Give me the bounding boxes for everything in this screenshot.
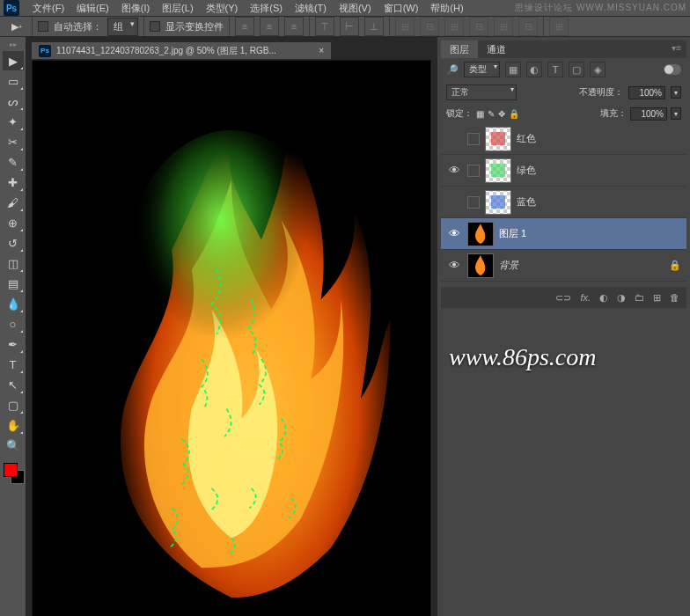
eraser-tool[interactable]: ◫ <box>3 253 24 273</box>
layer-row[interactable]: 👁 图层 1 <box>441 218 686 250</box>
filter-adjust-icon[interactable]: ◐ <box>526 62 542 77</box>
visibility-toggle[interactable]: 👁 <box>446 227 462 240</box>
blend-mode-dropdown[interactable]: 正常 <box>446 84 517 100</box>
filter-toggle[interactable] <box>664 64 681 75</box>
menu-view[interactable]: 视图(V) <box>333 2 378 15</box>
document-tab[interactable]: Ps 11074431_122403780263_2.jpg @ 50% (图层… <box>32 42 331 60</box>
eyedropper-tool[interactable]: ✎ <box>3 152 24 172</box>
panel-menu-icon[interactable]: ▾≡ <box>666 40 686 58</box>
show-transform-checkbox[interactable] <box>150 21 160 32</box>
lock-all-icon[interactable]: 🔒 <box>509 109 519 119</box>
visibility-toggle[interactable]: 👁 <box>446 164 462 177</box>
layer-name[interactable]: 绿色 <box>517 164 536 177</box>
filter-shape-icon[interactable]: ▢ <box>569 62 584 77</box>
history-brush-tool[interactable]: ↺ <box>3 233 24 253</box>
lock-transparent-icon[interactable]: ▦ <box>476 109 484 119</box>
distribute-icon[interactable]: ⊟ <box>494 17 513 36</box>
menu-select[interactable]: 选择(S) <box>244 2 289 15</box>
layer-row[interactable]: 👁 绿色 <box>441 155 686 187</box>
menu-layer[interactable]: 图层(L) <box>156 2 199 15</box>
distribute-icon[interactable]: ⊟ <box>420 17 439 36</box>
layer-fx-icon[interactable]: fx. <box>580 292 591 303</box>
stamp-tool[interactable]: ⊕ <box>3 213 24 232</box>
filter-smart-icon[interactable]: ◈ <box>590 62 606 77</box>
layer-mask-icon[interactable]: ◐ <box>599 292 608 304</box>
pen-tool[interactable]: ✒ <box>3 334 24 354</box>
layer-name[interactable]: 背景 <box>499 259 518 272</box>
foreground-swatch[interactable] <box>4 463 18 477</box>
gradient-tool[interactable]: ▤ <box>3 274 24 293</box>
marquee-tool[interactable]: ▭ <box>3 71 24 91</box>
canvas[interactable] <box>32 60 431 616</box>
tab-layers[interactable]: 图层 <box>441 40 478 58</box>
menu-help[interactable]: 帮助(H) <box>424 2 469 15</box>
distribute-icon[interactable]: ⊟ <box>395 17 415 36</box>
layer-thumbnail[interactable] <box>467 222 494 246</box>
color-swatches[interactable] <box>2 461 25 484</box>
collapse-icon[interactable]: ▸▸ <box>10 40 17 48</box>
lasso-tool[interactable]: ᔕ <box>3 92 24 111</box>
move-tool[interactable]: ▶ <box>3 51 24 70</box>
layer-row[interactable]: 蓝色 <box>441 187 686 218</box>
brush-tool[interactable]: 🖌 <box>3 193 24 212</box>
align-icon[interactable]: ≡ <box>260 17 279 36</box>
menu-filter[interactable]: 滤镜(T) <box>289 2 333 15</box>
distribute-icon[interactable]: ⊟ <box>444 17 464 36</box>
layer-checkbox[interactable] <box>467 133 480 145</box>
app-icon: Ps <box>4 0 19 16</box>
filter-type-icon[interactable]: T <box>547 62 563 77</box>
blur-tool[interactable]: 💧 <box>3 294 24 313</box>
layer-thumbnail[interactable] <box>485 190 511 215</box>
fill-value[interactable]: 100% <box>630 107 667 121</box>
menu-edit[interactable]: 编辑(E) <box>70 2 115 15</box>
filter-kind-dropdown[interactable]: 类型 <box>464 62 500 77</box>
layer-name[interactable]: 红色 <box>517 132 536 145</box>
opacity-value[interactable]: 100% <box>628 86 665 99</box>
menu-image[interactable]: 图像(I) <box>115 2 156 15</box>
heal-tool[interactable]: ✚ <box>3 172 24 192</box>
filter-pixel-icon[interactable]: ▦ <box>505 62 521 77</box>
lock-position-icon[interactable]: ✥ <box>498 109 505 119</box>
crop-tool[interactable]: ✂ <box>3 132 24 151</box>
lock-paint-icon[interactable]: ✎ <box>488 109 495 119</box>
align-icon[interactable]: ≡ <box>284 17 304 36</box>
3d-icon[interactable]: ⊞ <box>549 17 569 36</box>
align-bottom-icon[interactable]: ⊥ <box>364 17 384 36</box>
layer-thumbnail[interactable] <box>467 253 494 278</box>
distribute-icon[interactable]: ⊟ <box>469 17 488 36</box>
layer-checkbox[interactable] <box>467 196 480 209</box>
fill-arrow[interactable]: ▾ <box>671 107 681 120</box>
delete-layer-icon[interactable]: 🗑 <box>670 292 679 303</box>
group-icon[interactable]: 🗀 <box>635 292 644 303</box>
layer-name[interactable]: 图层 1 <box>499 227 526 240</box>
menu-type[interactable]: 类型(Y) <box>200 2 245 15</box>
align-top-icon[interactable]: ⊤ <box>315 17 334 36</box>
zoom-tool[interactable]: 🔍 <box>3 436 24 455</box>
layer-row[interactable]: 红色 <box>441 123 686 155</box>
layer-checkbox[interactable] <box>467 165 480 177</box>
path-tool[interactable]: ↖ <box>3 375 24 394</box>
type-tool[interactable]: T <box>3 355 24 374</box>
hand-tool[interactable]: ✋ <box>3 415 24 435</box>
layer-name[interactable]: 蓝色 <box>517 195 536 209</box>
layer-thumbnail[interactable] <box>485 158 511 183</box>
visibility-toggle[interactable]: 👁 <box>446 259 462 272</box>
dodge-tool[interactable]: ○ <box>3 314 24 334</box>
wand-tool[interactable]: ✦ <box>3 112 24 131</box>
layer-row[interactable]: 👁 背景 🔒 <box>441 250 686 282</box>
distribute-icon[interactable]: ⊟ <box>518 17 538 36</box>
close-tab-button[interactable]: × <box>319 46 324 55</box>
adjustment-layer-icon[interactable]: ◑ <box>617 292 626 304</box>
link-layers-icon[interactable]: ⊂⊃ <box>555 292 571 304</box>
align-middle-icon[interactable]: ⊢ <box>340 17 359 36</box>
tab-channels[interactable]: 通道 <box>478 40 515 58</box>
new-layer-icon[interactable]: ⊞ <box>653 292 661 304</box>
opacity-arrow[interactable]: ▾ <box>671 86 681 99</box>
shape-tool[interactable]: ▢ <box>3 395 24 414</box>
menu-file[interactable]: 文件(F) <box>26 2 70 15</box>
auto-select-checkbox[interactable] <box>38 21 48 32</box>
align-icon[interactable]: ≡ <box>235 17 254 36</box>
auto-select-dropdown[interactable]: 组 <box>107 18 138 36</box>
layer-thumbnail[interactable] <box>485 127 511 151</box>
menu-window[interactable]: 窗口(W) <box>378 2 425 15</box>
